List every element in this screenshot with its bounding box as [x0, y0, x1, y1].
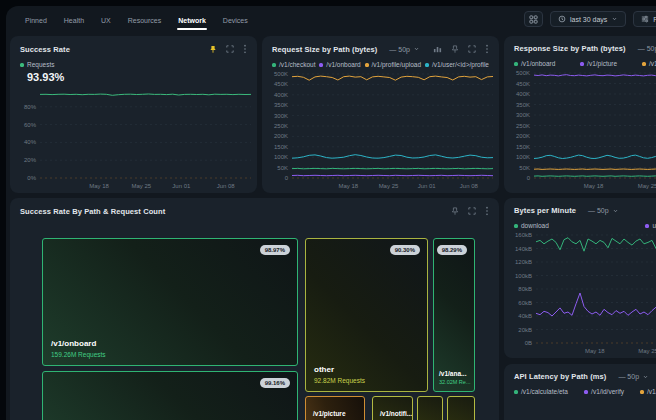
- treemap-box-requests: 159.26M Requests: [51, 351, 106, 358]
- time-range-selector[interactable]: last 30 days: [550, 11, 626, 27]
- panel-header-icons: [209, 44, 247, 54]
- svg-text:80kB: 80kB: [518, 286, 532, 292]
- nav-tab-network[interactable]: Network: [177, 7, 207, 32]
- legend-label: /v1/picture: [587, 60, 617, 67]
- legend-label: /v1/user/<id>/profile: [432, 61, 489, 68]
- legend-dot: [272, 63, 276, 67]
- svg-text:60%: 60%: [24, 122, 37, 128]
- legend-dot: [645, 224, 649, 228]
- svg-text:350K: 350K: [274, 102, 288, 108]
- nav-tab-resources[interactable]: Resources: [127, 7, 162, 32]
- svg-text:May 18: May 18: [585, 348, 605, 354]
- series-line: [536, 238, 656, 252]
- legend-item[interactable]: /v1/checkout: [272, 61, 316, 68]
- svg-text:300K: 300K: [274, 113, 288, 119]
- success-rate-by-path-panel: Success Rate By Path & Request Count 98.…: [10, 198, 499, 420]
- nav-tab-devices[interactable]: Devices: [222, 7, 249, 32]
- nav-tab-pinned[interactable]: Pinned: [24, 7, 48, 32]
- treemap-box-analytics[interactable]: 98.29% /v1/ana... 32.02M Re...: [433, 238, 475, 392]
- legend-item[interactable]: /v1/calculate/eta: [514, 388, 568, 395]
- nav-tab-health[interactable]: Health: [63, 7, 85, 32]
- success-rate-badge: 90.30%: [390, 245, 420, 255]
- legend-item[interactable]: /v1/profi: [642, 60, 656, 67]
- svg-text:200K: 200K: [274, 133, 288, 139]
- response-size-panel: Response Size by Path (bytes) — 50p /v1/…: [504, 36, 656, 193]
- treemap-box-label: /v1/onboard: [51, 339, 96, 348]
- svg-text:0: 0: [285, 175, 289, 181]
- legend-item[interactable]: /v1/user/<id>/profile: [425, 61, 489, 68]
- treemap-box-other[interactable]: 90.30% other 92.82M Requests: [305, 238, 428, 392]
- nav-tab-ux[interactable]: UX: [100, 7, 112, 32]
- treemap-box-small-1[interactable]: [417, 396, 443, 420]
- legend-label: download: [521, 222, 549, 229]
- percentile-dropdown[interactable]: — 50p: [588, 207, 619, 214]
- treemap-box-onboard[interactable]: 98.97% /v1/onboard 159.26M Requests: [42, 238, 298, 366]
- treemap-box-notifications[interactable]: /v1/notifi...: [372, 396, 413, 420]
- svg-text:May 25: May 25: [379, 183, 399, 189]
- filter-button[interactable]: Filter/Co: [633, 11, 656, 27]
- svg-text:80%: 80%: [24, 104, 37, 110]
- legend-item[interactable]: /v1/onbo: [640, 388, 656, 395]
- svg-text:May 18: May 18: [584, 183, 604, 189]
- svg-text:350K: 350K: [516, 102, 530, 108]
- legend-item[interactable]: /v1/picture: [580, 60, 617, 67]
- svg-text:Jun 08: Jun 08: [460, 183, 479, 189]
- chart-type-icon[interactable]: [433, 45, 442, 53]
- treemap-box-label: /v1/notifi...: [380, 410, 412, 417]
- legend-item[interactable]: /v1/onboard: [319, 61, 360, 68]
- pin-icon[interactable]: [451, 45, 459, 54]
- kebab-menu-icon[interactable]: [243, 44, 247, 54]
- percentile-dropdown[interactable]: — 50p: [638, 45, 656, 52]
- legend-label: /v1/id/verify: [591, 388, 624, 395]
- legend-item[interactable]: /v1/profile/upload: [365, 61, 422, 68]
- panel-header: Request Size by Path (bytes) — 50p: [262, 36, 499, 54]
- kebab-menu-icon[interactable]: [485, 44, 489, 54]
- bytes-per-minute-panel: Bytes per Minute — 50p downloadupload 0B…: [504, 198, 656, 358]
- expand-icon[interactable]: [226, 45, 234, 53]
- svg-text:May 25: May 25: [638, 348, 656, 354]
- legend-label: /v1/onboard: [326, 61, 360, 68]
- legend-item[interactable]: /v1/id/verify: [584, 388, 624, 395]
- pin-icon[interactable]: [209, 45, 217, 54]
- chart-legend: /v1/checkout/v1/onboard/v1/profile/uploa…: [262, 54, 499, 68]
- svg-text:500K: 500K: [274, 71, 288, 77]
- grid-icon: [529, 15, 538, 24]
- treemap-box-second[interactable]: 99.16%: [42, 371, 298, 420]
- percentile-dropdown[interactable]: — 50p: [389, 46, 420, 53]
- line-chart-svg: 050K100K150K200K250K300K350K400K450K500K…: [266, 70, 495, 191]
- dashboard-grid-button[interactable]: [524, 11, 543, 27]
- kebab-menu-icon[interactable]: [485, 206, 489, 216]
- success-rate-badge: 98.29%: [437, 245, 467, 255]
- panel-header: Response Size by Path (bytes) — 50p: [504, 36, 656, 53]
- time-range-value: last 30 days: [570, 16, 607, 23]
- svg-text:20%: 20%: [24, 157, 37, 163]
- filter-sliders-icon: [641, 15, 649, 23]
- treemap-box-small-2[interactable]: [447, 396, 475, 420]
- svg-text:May 25: May 25: [131, 183, 151, 189]
- svg-text:400K: 400K: [274, 92, 288, 98]
- panel-header: Success Rate By Path & Request Count: [10, 198, 499, 216]
- svg-text:450K: 450K: [274, 81, 288, 87]
- chart-legend: /v1/onboard/v1/picture/v1/profi: [504, 53, 656, 67]
- response-size-chart: 050K100K150K200K250K300K350K400K450K500K…: [508, 69, 656, 191]
- treemap-box-picture[interactable]: /v1/picture: [305, 396, 365, 420]
- expand-icon[interactable]: [468, 45, 476, 53]
- success-rate-panel: Success Rate Requests 93.93% 0%20%40%60%…: [10, 36, 257, 193]
- request-size-panel: Request Size by Path (bytes) — 50p: [262, 36, 499, 193]
- svg-text:120kB: 120kB: [515, 259, 532, 265]
- svg-text:Jun 01: Jun 01: [418, 183, 437, 189]
- legend-dot: [514, 62, 518, 66]
- pin-icon[interactable]: [451, 207, 459, 216]
- percentile-dropdown[interactable]: — 50p: [618, 373, 649, 380]
- svg-text:May 18: May 18: [338, 183, 358, 189]
- legend-item[interactable]: /v1/onboard: [514, 60, 555, 67]
- expand-icon[interactable]: [468, 207, 476, 215]
- chevron-down-icon: [612, 208, 619, 214]
- dashboard-app: Pinned Health UX Resources Network Devic…: [6, 6, 656, 420]
- legend-item[interactable]: download: [514, 222, 549, 229]
- legend-dot: [319, 63, 323, 67]
- svg-text:20kB: 20kB: [518, 327, 532, 333]
- legend-item[interactable]: upload: [645, 222, 656, 229]
- legend-item[interactable]: Requests: [20, 61, 54, 68]
- svg-text:100K: 100K: [274, 154, 288, 160]
